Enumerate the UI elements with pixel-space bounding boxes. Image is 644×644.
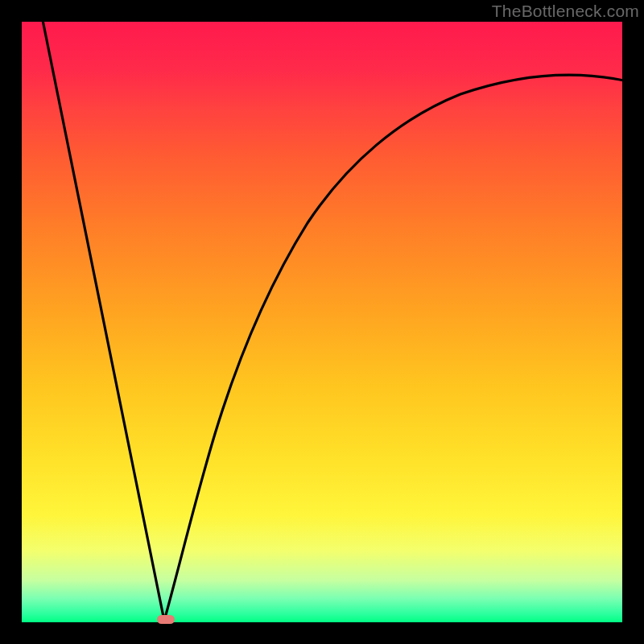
- bottleneck-curve: [22, 22, 622, 622]
- trough-marker: [157, 615, 175, 624]
- curve-path: [43, 20, 624, 621]
- watermark-text: TheBottleneck.com: [492, 2, 639, 21]
- chart-frame: TheBottleneck.com: [0, 0, 644, 644]
